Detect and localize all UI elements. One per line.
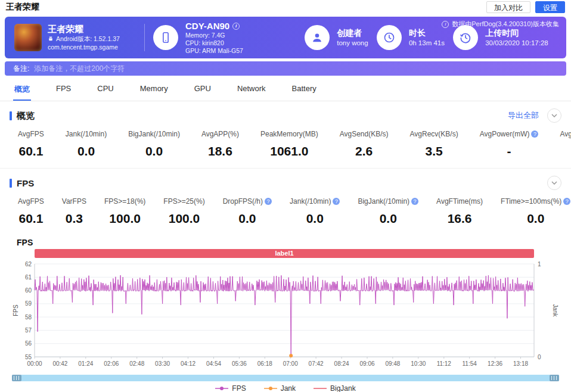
scrollbar-left-handle[interactable]: [12, 375, 21, 381]
page-title: 王者荣耀: [6, 2, 39, 13]
tab-概览[interactable]: 概览: [13, 78, 31, 101]
scrollbar-right-handle[interactable]: [550, 375, 559, 381]
metric-label: VarFPS: [62, 197, 86, 206]
metric: AvgFTime(ms)16.6: [436, 197, 483, 226]
metric-label: AvgCTemp(℃): [560, 130, 571, 138]
svg-text:00:00: 00:00: [27, 360, 42, 367]
metric-value: 0.0: [77, 144, 95, 158]
fps-line-chart-svg[interactable]: 55565758596061620100:0000:4201:2402:0602…: [12, 248, 559, 371]
svg-text:04:12: 04:12: [181, 360, 195, 367]
metric-label: AvgPower(mW)?: [480, 130, 539, 138]
metric: FPS>=18(%)100.0: [104, 197, 145, 226]
info-icon[interactable]: ?: [411, 198, 418, 205]
metric-label: AvgFTime(ms): [436, 197, 483, 206]
fps-title: FPS: [17, 178, 34, 188]
duration-item: 时长 0h 13m 41s: [377, 25, 445, 50]
compare-button[interactable]: 加入对比: [486, 1, 530, 13]
history-clock-icon: [453, 25, 478, 50]
metric-label: Jank(/10min)?: [290, 197, 340, 206]
svg-text:Jank: Jank: [552, 304, 558, 317]
svg-text:09:48: 09:48: [385, 360, 400, 367]
metric: BigJank(/10min)0.0: [128, 130, 180, 158]
note-label: 备注:: [13, 64, 29, 74]
upload-time-label: 上传时间: [485, 27, 548, 38]
metric-label: BigJank(/10min)?: [358, 197, 418, 206]
metric: AvgFPS60.1: [18, 197, 44, 226]
device-gpu: GPU: ARM Mali-G57: [185, 47, 243, 55]
svg-text:08:24: 08:24: [334, 360, 349, 367]
legend-item-bigjank[interactable]: BigJank: [314, 384, 356, 392]
metric-label: AvgAPP(%): [201, 130, 239, 138]
metric: DropFPS(/h)?0.0: [223, 197, 272, 226]
section-accent-bar: [10, 111, 12, 120]
svg-text:11:54: 11:54: [463, 360, 477, 367]
fps-collapse-button[interactable]: [547, 176, 561, 190]
device-cpu: CPU: kirin820: [185, 39, 243, 47]
chart-scrollbar[interactable]: [12, 375, 559, 381]
note-bar[interactable]: 备注: 添加备注，不超过200个字符: [5, 61, 566, 76]
section-accent-bar: [10, 179, 12, 188]
svg-text:00:42: 00:42: [52, 360, 67, 367]
metric-value: 0.0: [527, 211, 544, 226]
metric-value: 18.6: [208, 144, 232, 158]
game-block: 王者荣耀 Android版本: 1.52.1.37 com.tencent.tm…: [14, 24, 144, 51]
settings-button[interactable]: 设置: [535, 1, 565, 13]
info-icon[interactable]: ?: [333, 198, 340, 205]
metric-value: 60.1: [18, 211, 43, 226]
tab-gpu[interactable]: GPU: [193, 78, 212, 101]
device-info-icon[interactable]: i: [232, 23, 240, 30]
svg-text:56: 56: [25, 340, 32, 347]
android-icon: [48, 36, 54, 42]
tab-cpu[interactable]: CPU: [96, 78, 114, 101]
metric-label: AvgFPS: [18, 130, 44, 138]
svg-text:04:54: 04:54: [206, 360, 221, 367]
package-name: com.tencent.tmgp.sgame: [48, 43, 120, 51]
svg-text:FPS: FPS: [13, 304, 19, 316]
clock-icon: [377, 25, 402, 50]
metric-value: 0.0: [306, 211, 324, 226]
creator-label: 创建者: [337, 27, 368, 38]
device-memory: Memory: 7.4G: [185, 32, 243, 39]
overview-collapse-button[interactable]: [547, 108, 561, 123]
svg-text:0: 0: [538, 354, 541, 360]
svg-text:61: 61: [25, 274, 32, 281]
svg-text:05:36: 05:36: [232, 360, 247, 367]
fps-chart-title: FPS: [0, 234, 571, 248]
metric: Jank(/10min)?0.0: [290, 197, 340, 226]
creator-value: tony wong: [337, 38, 368, 48]
tab-memory[interactable]: Memory: [139, 78, 169, 101]
metric-value: 2.6: [355, 144, 373, 158]
legend-item-fps[interactable]: FPS: [215, 384, 246, 392]
legend-item-jank[interactable]: Jank: [264, 384, 296, 392]
metric-value: 0.0: [380, 211, 397, 226]
svg-text:07:42: 07:42: [309, 360, 324, 367]
svg-text:02:48: 02:48: [129, 360, 144, 367]
info-icon[interactable]: ?: [563, 198, 570, 205]
creator-item: 创建者 tony wong: [305, 25, 368, 50]
info-icon[interactable]: ?: [531, 130, 538, 138]
duration-label: 时长: [409, 27, 445, 38]
svg-text:label1: label1: [275, 250, 293, 257]
svg-text:55: 55: [25, 354, 32, 360]
metric-label: FPS>=25(%): [163, 197, 204, 206]
overview-header: 概览 导出全部: [0, 101, 571, 124]
tab-fps[interactable]: FPS: [55, 78, 72, 101]
svg-text:13:18: 13:18: [513, 360, 528, 367]
export-all-link[interactable]: 导出全部: [508, 110, 539, 121]
metric-label: AvgRecv(KB/s): [410, 130, 458, 138]
tab-network[interactable]: Network: [236, 78, 267, 101]
svg-text:01:24: 01:24: [78, 360, 93, 367]
svg-text:06:18: 06:18: [257, 360, 272, 367]
svg-text:10:30: 10:30: [411, 360, 426, 367]
metric: PeakMemory(MB)1061.0: [260, 130, 318, 158]
fps-metrics: AvgFPS60.1VarFPS0.3FPS>=18(%)100.0FPS>=2…: [0, 191, 571, 234]
metric-value: 0.0: [238, 211, 256, 226]
topbar: 王者荣耀 加入对比 设置: [0, 0, 571, 14]
metric: AvgAPP(%)18.6: [201, 130, 239, 158]
info-icon[interactable]: ?: [265, 198, 272, 205]
metric-value: 1061.0: [270, 144, 308, 158]
divider: [144, 24, 145, 51]
tab-battery[interactable]: Battery: [291, 78, 318, 101]
chevron-down-icon: [551, 181, 557, 185]
device-name: CDY-AN90 i: [185, 21, 243, 32]
